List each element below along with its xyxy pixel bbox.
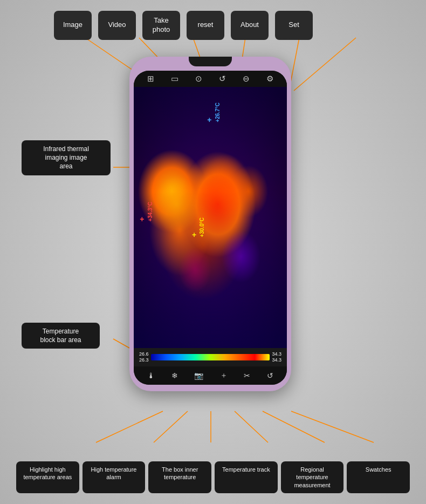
camera-icon[interactable]: ⊙ — [195, 74, 202, 84]
set-button[interactable]: Set — [275, 11, 313, 40]
high-temp-alarm-label: High temperature alarm — [83, 461, 146, 493]
video-button[interactable]: Video — [98, 11, 136, 40]
screen-icon[interactable]: ▭ — [171, 74, 178, 84]
infrared-annotation: Infrared thermal imaging image area — [22, 140, 111, 175]
phone-screen: ⊞ ▭ ⊙ ↺ ⊖ ⚙ + +26.7°C + +34.3°C + +30.0°… — [134, 71, 287, 385]
reset-button[interactable]: reset — [187, 11, 224, 40]
take-photo-button[interactable]: Take photo — [142, 11, 180, 40]
temp-bar-label-left: 26.6 26.3 — [139, 351, 149, 363]
temp-marker-center: + +30.0°C — [192, 217, 205, 239]
regional-temp-icon[interactable]: ✂ — [244, 371, 250, 380]
swatches-icon[interactable]: ↺ — [267, 371, 273, 380]
svg-line-11 — [235, 411, 268, 442]
thermal-overlay — [134, 87, 287, 348]
phone-mockup: ⊞ ▭ ⊙ ↺ ⊖ ⚙ + +26.7°C + +34.3°C + +30.0°… — [129, 57, 291, 391]
high-temp-alarm-icon[interactable]: ❄ — [171, 371, 178, 380]
top-icon-bar: ⊞ ▭ ⊙ ↺ ⊖ ⚙ — [134, 71, 287, 87]
svg-line-5 — [294, 38, 356, 91]
bottom-labels: Highlight high temperature areas High te… — [16, 461, 410, 493]
temp-bar-label-right: 34.3 34.3 — [272, 351, 281, 363]
add-icon[interactable]: ＋ — [220, 371, 228, 380]
highlight-high-temp-label: Highlight high temperature areas — [16, 461, 79, 493]
gallery-icon[interactable]: ⊞ — [147, 74, 154, 84]
thermal-image-area: + +26.7°C + +34.3°C + +30.0°C — [134, 87, 287, 348]
temp-block-annotation: Temperature block bar area — [22, 323, 100, 349]
top-toolbar: Image Video Take photo reset About Set — [54, 11, 313, 40]
temp-marker-top: + +26.7°C — [207, 103, 220, 124]
regional-temp-label: Regional temperature measurement — [281, 461, 344, 493]
settings-icon[interactable]: ⚙ — [266, 74, 273, 84]
svg-line-13 — [291, 411, 374, 442]
phone-notch — [189, 57, 232, 66]
temp-gradient-bar — [151, 354, 270, 360]
about-button[interactable]: About — [231, 11, 269, 40]
box-inner-temp-label: The box inner temperature — [148, 461, 211, 493]
image-button[interactable]: Image — [54, 11, 92, 40]
svg-line-12 — [263, 411, 325, 442]
bottom-icon-bar: 🌡 ❄ 📷 ＋ ✂ ↺ — [134, 366, 287, 385]
highlight-temp-icon[interactable]: 🌡 — [147, 371, 155, 380]
swatches-label: Swatches — [347, 461, 410, 493]
temp-bar-area: 26.6 26.3 34.3 34.3 — [134, 348, 287, 366]
svg-line-9 — [154, 411, 188, 442]
temp-track-label: Temperature track — [215, 461, 278, 493]
minus-icon[interactable]: ⊖ — [243, 74, 250, 84]
box-inner-temp-icon[interactable]: 📷 — [194, 371, 203, 380]
svg-line-8 — [96, 411, 163, 442]
temp-marker-left: + +34.3°C — [140, 202, 153, 223]
refresh-icon[interactable]: ↺ — [219, 74, 226, 84]
